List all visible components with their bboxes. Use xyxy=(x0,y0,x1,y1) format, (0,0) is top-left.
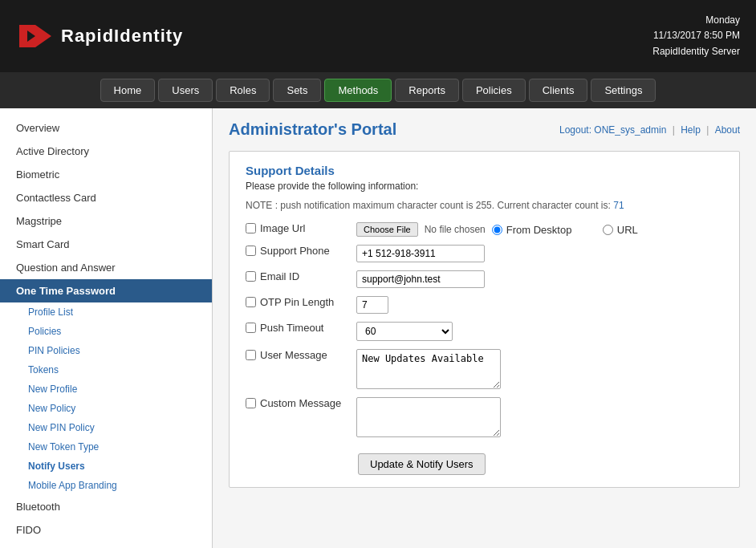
nav-settings[interactable]: Settings xyxy=(591,79,656,102)
nav-clients[interactable]: Clients xyxy=(529,79,588,102)
nav-policies[interactable]: Policies xyxy=(462,79,526,102)
sidebar-item-question-answer[interactable]: Question and Answer xyxy=(0,256,212,279)
email-id-row: Email ID xyxy=(246,270,723,288)
nav-sets[interactable]: Sets xyxy=(273,79,321,102)
otp-pin-row: OTP Pin Length xyxy=(246,296,723,314)
logo-text: RapidIdentity xyxy=(61,26,183,47)
otp-pin-checkbox[interactable] xyxy=(246,297,256,307)
nav-users[interactable]: Users xyxy=(158,79,213,102)
form-heading: Support Details xyxy=(246,164,723,177)
support-phone-row: Support Phone xyxy=(246,245,723,262)
svg-marker-1 xyxy=(19,25,27,47)
nav-home[interactable]: Home xyxy=(100,79,156,102)
logo-area: RapidIdentity xyxy=(16,18,183,54)
push-timeout-checkbox[interactable] xyxy=(246,323,256,333)
user-message-checkbox[interactable] xyxy=(246,350,256,360)
logout-link[interactable]: Logout: ONE_sys_admin xyxy=(559,124,666,136)
url-option[interactable]: URL xyxy=(603,224,707,236)
nav-bar: Home Users Roles Sets Methods Reports Po… xyxy=(0,72,756,108)
sidebar-item-magstripe[interactable]: Magstripe xyxy=(0,209,212,233)
custom-message-checkbox[interactable] xyxy=(246,398,256,408)
sidebar-subitem-new-policy[interactable]: New Policy xyxy=(0,399,212,418)
sidebar-subitem-new-pin-policy[interactable]: New PIN Policy xyxy=(0,418,212,437)
email-id-checkbox[interactable] xyxy=(246,271,256,282)
support-phone-checkbox[interactable] xyxy=(246,246,256,256)
form-subtitle: Please provide the following information… xyxy=(246,181,723,192)
header-info: Monday 11/13/2017 8:50 PM RapidIdentity … xyxy=(652,13,740,59)
separator2: | xyxy=(706,124,711,136)
update-notify-button[interactable]: Update & Notify Users xyxy=(358,453,486,475)
sidebar: Overview Active Directory Biometric Cont… xyxy=(0,108,213,548)
push-timeout-label: Push Timeout xyxy=(246,322,350,334)
choose-file-button[interactable]: Choose File xyxy=(356,222,418,237)
logo-icon xyxy=(16,18,51,54)
push-timeout-select[interactable]: 60 30 90 120 xyxy=(356,322,453,341)
push-timeout-row: Push Timeout 60 30 90 120 xyxy=(246,322,723,341)
content-area: Administrator's Portal Logout: ONE_sys_a… xyxy=(213,108,756,548)
nav-reports[interactable]: Reports xyxy=(395,79,459,102)
date-line1: Monday xyxy=(652,13,740,28)
form-panel: Support Details Please provide the follo… xyxy=(229,151,740,488)
note-prefix: NOTE : push notification maximum charact… xyxy=(246,200,613,211)
portal-header: Administrator's Portal Logout: ONE_sys_a… xyxy=(229,120,740,139)
custom-message-row: Custom Message xyxy=(246,397,723,437)
sidebar-item-active-directory[interactable]: Active Directory xyxy=(0,140,212,163)
sidebar-item-contactless-card[interactable]: Contactless Card xyxy=(0,186,212,209)
note: NOTE : push notification maximum charact… xyxy=(246,200,723,211)
sidebar-subitem-tokens[interactable]: Tokens xyxy=(0,360,212,380)
sidebar-item-global-settings[interactable]: Global Settings xyxy=(0,542,212,548)
support-phone-label: Support Phone xyxy=(246,245,350,257)
header: RapidIdentity Monday 11/13/2017 8:50 PM … xyxy=(0,0,756,72)
image-url-checkbox[interactable] xyxy=(246,223,256,233)
sidebar-subitem-mobile-app-branding[interactable]: Mobile App Branding xyxy=(0,476,212,495)
sidebar-subitem-new-token-type[interactable]: New Token Type xyxy=(0,437,212,457)
otp-pin-label: OTP Pin Length xyxy=(246,296,350,308)
from-desktop-radio[interactable] xyxy=(492,225,502,235)
url-radio[interactable] xyxy=(603,225,613,235)
support-phone-input[interactable] xyxy=(356,245,485,262)
submit-area: Update & Notify Users xyxy=(246,445,723,475)
sidebar-subitem-new-profile[interactable]: New Profile xyxy=(0,380,212,399)
user-message-label: User Message xyxy=(246,349,350,361)
email-id-label: Email ID xyxy=(246,270,350,282)
sidebar-subitem-profile-list[interactable]: Profile List xyxy=(0,302,212,322)
help-link[interactable]: Help xyxy=(681,124,701,136)
nav-roles[interactable]: Roles xyxy=(216,79,270,102)
sidebar-item-smart-card[interactable]: Smart Card xyxy=(0,233,212,256)
sidebar-item-fido[interactable]: FIDO xyxy=(0,518,212,542)
email-id-input[interactable] xyxy=(356,270,485,288)
custom-message-label: Custom Message xyxy=(246,397,350,409)
user-message-row: User Message New Updates Available xyxy=(246,349,723,389)
image-url-options: Choose File No file chosen From Desktop … xyxy=(356,222,707,237)
separator1: | xyxy=(673,124,677,136)
custom-message-textarea[interactable] xyxy=(356,397,501,437)
date-line2: 11/13/2017 8:50 PM xyxy=(652,28,740,43)
from-desktop-option[interactable]: From Desktop xyxy=(492,224,596,236)
sidebar-subitem-notify-users[interactable]: Notify Users xyxy=(0,457,212,476)
main-layout: Overview Active Directory Biometric Cont… xyxy=(0,108,756,548)
sidebar-subitem-pin-policies[interactable]: PIN Policies xyxy=(0,341,212,360)
no-file-label: No file chosen xyxy=(425,224,486,235)
nav-methods[interactable]: Methods xyxy=(324,79,392,102)
sidebar-subitem-policies[interactable]: Policies xyxy=(0,322,212,341)
image-url-label: Image Url xyxy=(246,222,350,234)
user-message-textarea[interactable]: New Updates Available xyxy=(356,349,501,389)
sidebar-item-otp[interactable]: One Time Password xyxy=(0,279,212,302)
image-url-row: Image Url Choose File No file chosen Fro… xyxy=(246,222,723,237)
sidebar-item-bluetooth[interactable]: Bluetooth xyxy=(0,495,212,518)
note-count: 71 xyxy=(613,200,624,211)
portal-title: Administrator's Portal xyxy=(229,120,396,139)
about-link[interactable]: About xyxy=(715,124,740,136)
date-line3: RapidIdentity Server xyxy=(652,44,740,59)
portal-links: Logout: ONE_sys_admin | Help | About xyxy=(559,124,740,136)
otp-pin-input[interactable] xyxy=(356,296,388,314)
sidebar-item-overview[interactable]: Overview xyxy=(0,116,212,140)
sidebar-item-biometric[interactable]: Biometric xyxy=(0,163,212,186)
